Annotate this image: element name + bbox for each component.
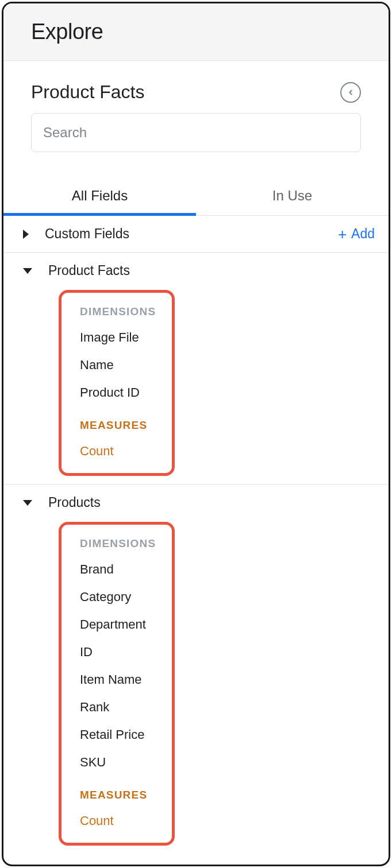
highlight-annotation: DIMENSIONS Brand Category Department ID … [59, 522, 175, 846]
measures-label: MEASURES [62, 784, 172, 807]
field-item[interactable]: Item Name [62, 666, 172, 693]
field-item[interactable]: Rank [62, 693, 172, 721]
page-title: Explore [31, 20, 361, 44]
field-item[interactable]: Count [62, 807, 172, 835]
field-item[interactable]: Image File [62, 324, 172, 351]
field-item[interactable]: Brand [62, 556, 172, 583]
group-header-products[interactable]: Products [3, 485, 389, 521]
search-wrap [3, 103, 389, 152]
subheader: Product Facts [3, 61, 389, 103]
field-item[interactable]: Retail Price [62, 721, 172, 749]
header: Explore [3, 3, 389, 61]
measures-label: MEASURES [62, 414, 172, 437]
field-item[interactable]: SKU [62, 749, 172, 776]
field-item[interactable]: Category [62, 583, 172, 611]
field-item[interactable]: Product ID [62, 379, 172, 406]
tab-all-fields[interactable]: All Fields [3, 177, 196, 215]
tabs: All Fields In Use [3, 177, 389, 216]
plus-icon: + [338, 227, 347, 242]
add-label: Add [351, 226, 375, 242]
caret-down-icon [23, 500, 32, 506]
group-header-product-facts[interactable]: Product Facts [3, 253, 389, 289]
group-products: Products DIMENSIONS Brand Category Depar… [3, 485, 389, 854]
tab-in-use[interactable]: In Use [196, 177, 389, 215]
custom-fields-label: Custom Fields [45, 226, 338, 242]
field-item[interactable]: Department [62, 611, 172, 638]
highlight-annotation: DIMENSIONS Image File Name Product ID ME… [59, 290, 175, 476]
caret-down-icon [23, 268, 32, 274]
caret-right-icon [23, 230, 29, 239]
chevron-left-icon [347, 88, 355, 96]
add-custom-field-button[interactable]: + Add [338, 226, 375, 242]
search-input[interactable] [31, 113, 361, 152]
dimensions-label: DIMENSIONS [62, 533, 172, 556]
explore-title: Product Facts [31, 82, 144, 103]
group-title: Product Facts [48, 263, 375, 278]
dimensions-label: DIMENSIONS [62, 301, 172, 324]
explore-panel: Explore Product Facts All Fields In Use … [2, 2, 390, 866]
custom-fields-header[interactable]: Custom Fields + Add [3, 216, 389, 252]
field-item[interactable]: ID [62, 638, 172, 666]
group-product-facts: Product Facts DIMENSIONS Image File Name… [3, 253, 389, 485]
collapse-panel-button[interactable] [340, 82, 361, 103]
group-title: Products [48, 495, 375, 510]
field-item[interactable]: Count [62, 437, 172, 465]
custom-fields-section: Custom Fields + Add [3, 216, 389, 253]
field-item[interactable]: Name [62, 351, 172, 379]
